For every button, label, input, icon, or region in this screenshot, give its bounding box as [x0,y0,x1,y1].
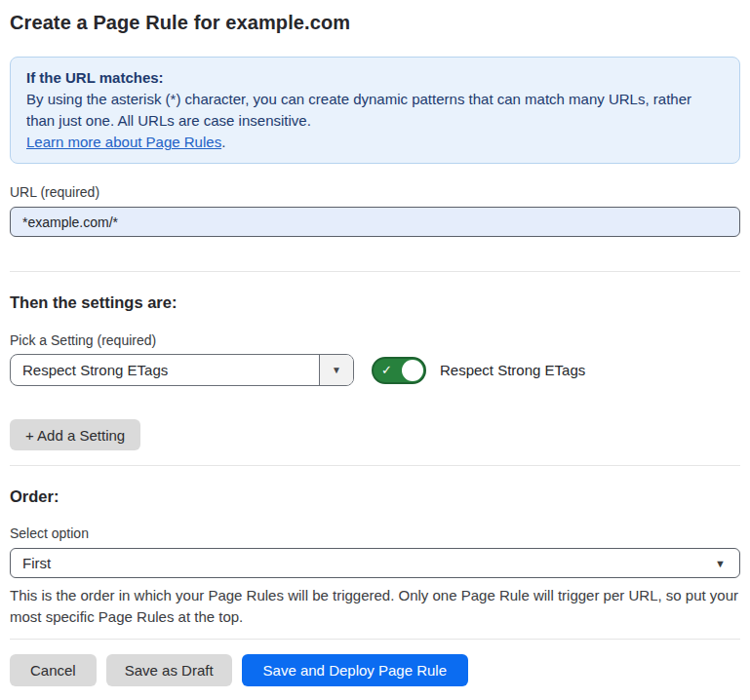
setting-picker-label: Pick a Setting (required) [10,332,740,349]
add-setting-button[interactable]: + Add a Setting [10,419,140,450]
check-icon: ✓ [381,364,392,376]
order-section-heading: Order: [10,486,740,506]
info-box-heading: If the URL matches: [26,67,724,89]
page-rule-form: Create a Page Rule for example.com If th… [0,11,750,686]
save-as-draft-button[interactable]: Save as Draft [106,654,232,686]
save-and-deploy-button[interactable]: Save and Deploy Page Rule [242,654,468,686]
footer-actions: Cancel Save as Draft Save and Deploy Pag… [10,654,740,686]
setting-select[interactable]: Respect Strong ETags ▼ [10,354,354,386]
setting-select-arrow-button[interactable]: ▼ [319,355,353,385]
section-divider [10,465,740,466]
url-match-info-box: If the URL matches: By using the asteris… [10,57,740,164]
link-suffix: . [221,134,225,150]
url-field-label: URL (required) [10,184,740,201]
toggle-knob [402,360,423,381]
order-select-label: Select option [10,525,740,542]
page-title: Create a Page Rule for example.com [10,11,740,34]
order-select[interactable]: First ▼ [10,548,740,578]
setting-toggle[interactable]: ✓ [372,357,426,384]
learn-more-link[interactable]: Learn more about Page Rules [26,134,221,150]
chevron-down-icon: ▼ [715,558,726,569]
info-box-link-line: Learn more about Page Rules. [26,132,724,153]
url-input[interactable] [10,207,740,237]
setting-select-value: Respect Strong ETags [11,355,319,385]
footer-divider [10,639,740,640]
setting-row: Respect Strong ETags ▼ ✓ Respect Strong … [10,354,740,386]
order-select-value: First [22,555,51,571]
order-help-text: This is the order in which your Page Rul… [10,585,740,628]
chevron-down-icon: ▼ [332,365,341,375]
cancel-button[interactable]: Cancel [10,654,97,686]
settings-section-heading: Then the settings are: [10,292,740,312]
setting-toggle-label: Respect Strong ETags [440,362,585,378]
info-box-body: By using the asterisk (*) character, you… [26,89,724,132]
section-divider [10,271,740,272]
